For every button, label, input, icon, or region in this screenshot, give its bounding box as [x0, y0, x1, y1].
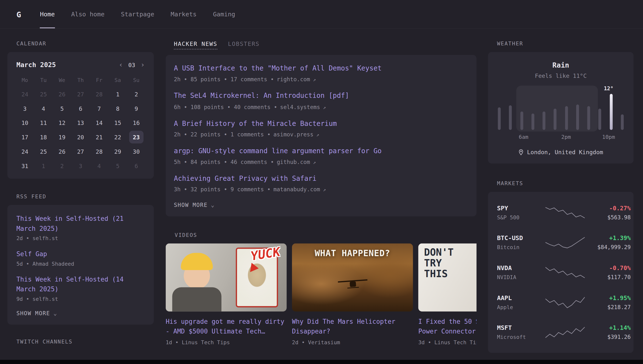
- calendar-day[interactable]: 24: [18, 88, 32, 100]
- calendar-day[interactable]: 28: [92, 88, 107, 100]
- news-item-title[interactable]: A Brief History of the Miracle Bacterium: [174, 119, 468, 128]
- calendar-day[interactable]: 9: [129, 102, 144, 115]
- news-item-title[interactable]: argp: GNU-style command line argument pa…: [174, 146, 468, 156]
- chevron-right-icon[interactable]: ›: [141, 62, 145, 68]
- app-logo[interactable]: G: [16, 0, 21, 28]
- market-price: $391.26: [585, 334, 630, 340]
- market-change: -0.70%: [585, 264, 630, 271]
- news-item-title[interactable]: A USB Interface to the "Mother of All De…: [174, 64, 468, 73]
- calendar-day[interactable]: 6: [129, 159, 144, 172]
- calendar-day[interactable]: 22: [111, 131, 125, 144]
- news-show-more-button[interactable]: SHOW MORE ⌄: [174, 202, 468, 208]
- calendar-day[interactable]: 6: [74, 102, 88, 115]
- calendar-day[interactable]: 25: [36, 88, 51, 100]
- market-sparkline-wrap: [545, 266, 585, 278]
- market-values: -0.27% $563.98: [585, 205, 630, 220]
- calendar-day[interactable]: 21: [92, 131, 107, 144]
- video-thumbnail[interactable]: YUCK: [166, 244, 287, 312]
- calendar-day[interactable]: 31: [18, 159, 32, 172]
- calendar-day[interactable]: 4: [92, 159, 107, 172]
- market-name: Apple: [497, 304, 545, 310]
- nav-tab[interactable]: Gaming: [213, 0, 235, 28]
- video-title[interactable]: I Fixed the 50 Series Melting Power Conn…: [418, 318, 476, 336]
- news-item-source-link[interactable]: sel4.systems: [280, 104, 320, 110]
- weather-bars: [498, 89, 624, 130]
- calendar-day[interactable]: 26: [55, 145, 69, 158]
- calendar-day[interactable]: 14: [92, 116, 107, 129]
- calendar-day[interactable]: 10: [18, 116, 32, 129]
- nav-tab[interactable]: Startpage: [121, 0, 154, 28]
- calendar-day[interactable]: 3: [74, 159, 88, 172]
- rss-item[interactable]: This Week in Self-Hosted (21 March 2025)…: [16, 214, 145, 242]
- rss-item[interactable]: Self Gap 5d • Ahmad Shadeed: [16, 249, 145, 267]
- market-row[interactable]: BTC-USD Bitcoin +1.39% $84,999.29: [497, 228, 624, 258]
- calendar-month-number: 03: [128, 62, 135, 68]
- video-card[interactable]: DON'T TRY THIS I Fixed the 50 Series Mel…: [418, 244, 476, 345]
- nav-tab[interactable]: Markets: [171, 0, 197, 28]
- calendar-day[interactable]: 5: [55, 102, 69, 115]
- calendar-day[interactable]: 11: [36, 116, 51, 129]
- calendar-day[interactable]: 27: [74, 88, 88, 100]
- calendar-day[interactable]: 16: [129, 116, 144, 129]
- market-row[interactable]: MSFT Microsoft +1.14% $391.26: [497, 317, 624, 347]
- calendar-day[interactable]: 19: [55, 131, 69, 144]
- weather-bar: [565, 106, 568, 130]
- calendar-day[interactable]: 28: [92, 145, 107, 158]
- nav-tab[interactable]: Home: [40, 0, 55, 28]
- calendar-day[interactable]: 7: [92, 102, 107, 115]
- calendar-day[interactable]: 25: [36, 145, 51, 158]
- video-card[interactable]: YUCK His upgrade got me really dirty - A…: [166, 244, 287, 345]
- weather-chart: 12°: [497, 89, 624, 130]
- news-tab[interactable]: LOBSTERS: [228, 40, 260, 50]
- rss-item-title[interactable]: This Week in Self-Hosted (14 March 2025): [16, 275, 145, 294]
- video-thumbnail[interactable]: DON'T TRY THIS: [418, 244, 476, 312]
- news-item-source-link[interactable]: righto.com: [277, 76, 310, 82]
- calendar-day[interactable]: 30: [129, 145, 144, 158]
- news-item-source-link[interactable]: matanabudy.com: [273, 186, 320, 193]
- chevron-left-icon[interactable]: ‹: [119, 62, 123, 68]
- news-item-title[interactable]: Achieving Great Privacy with Safari: [174, 174, 468, 183]
- news-item: The SeL4 Microkernel: An Introduction [p…: [174, 92, 468, 110]
- news-item-title[interactable]: The SeL4 Microkernel: An Introduction [p…: [174, 92, 468, 100]
- calendar-day[interactable]: 15: [111, 116, 125, 129]
- weather-bar: [520, 112, 523, 130]
- calendar-day[interactable]: 20: [74, 131, 88, 144]
- calendar-day[interactable]: 5: [111, 159, 125, 172]
- videos-widget: YUCK His upgrade got me really dirty - A…: [166, 244, 476, 345]
- top-nav: G Home Also home Startpage Markets Gamin…: [0, 0, 643, 29]
- calendar-day[interactable]: 2: [129, 88, 144, 100]
- calendar-day[interactable]: 2: [55, 159, 69, 172]
- calendar-day[interactable]: 18: [36, 131, 51, 144]
- news-item-source-link[interactable]: github.com: [277, 158, 310, 165]
- market-row[interactable]: AAPL Apple +1.95% $218.27: [497, 288, 624, 318]
- weather-time-label: 10pm: [602, 134, 615, 140]
- market-symbol: SPY: [497, 204, 545, 212]
- calendar-day[interactable]: 13: [74, 116, 88, 129]
- video-thumbnail[interactable]: WHAT HAPPENED?: [292, 244, 413, 312]
- nav-tab[interactable]: Also home: [71, 0, 105, 28]
- calendar-day[interactable]: 17: [18, 131, 32, 144]
- calendar-day[interactable]: 23: [129, 131, 144, 144]
- calendar-day[interactable]: 12: [55, 116, 69, 129]
- market-row[interactable]: NVDA NVIDIA -0.70% $117.70: [497, 258, 624, 288]
- news-item-source-link[interactable]: asimov.press: [273, 131, 313, 138]
- calendar-day[interactable]: 4: [36, 102, 51, 115]
- calendar-day[interactable]: 3: [18, 102, 32, 115]
- video-title[interactable]: His upgrade got me really dirty - AMD $5…: [166, 318, 287, 336]
- calendar-day[interactable]: 8: [111, 102, 125, 115]
- calendar-day[interactable]: 27: [74, 145, 88, 158]
- rss-show-more-button[interactable]: SHOW MORE ⌄: [16, 310, 145, 316]
- video-card[interactable]: WHAT HAPPENED? Why Did The Mars Helicopt…: [292, 244, 413, 345]
- calendar-day[interactable]: 1: [111, 88, 125, 100]
- rss-item-title[interactable]: This Week in Self-Hosted (21 March 2025): [16, 214, 145, 234]
- calendar-day[interactable]: 1: [36, 159, 51, 172]
- rss-item[interactable]: This Week in Self-Hosted (14 March 2025)…: [16, 275, 145, 302]
- calendar-day[interactable]: 26: [55, 88, 69, 100]
- market-row[interactable]: SPY S&P 500 -0.27% $563.98: [497, 198, 624, 228]
- rss-item-title[interactable]: Self Gap: [16, 249, 145, 259]
- calendar-day[interactable]: 24: [18, 145, 32, 158]
- news-item-stats: 2h • 22 points • 1 comments •: [174, 131, 270, 138]
- news-tab[interactable]: HACKER NEWS: [174, 40, 217, 50]
- calendar-day[interactable]: 29: [111, 145, 125, 158]
- video-title[interactable]: Why Did The Mars Helicopter Disappear?: [292, 318, 413, 336]
